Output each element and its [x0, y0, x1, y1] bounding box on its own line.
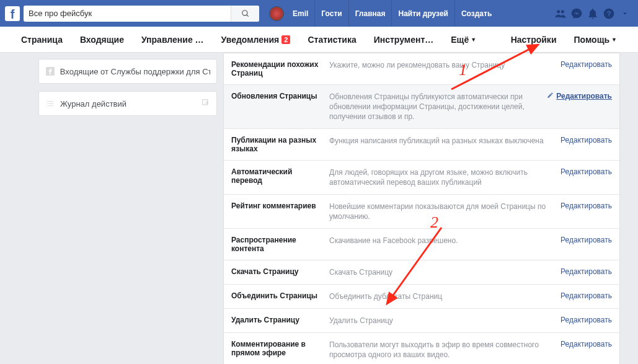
tab-stats[interactable]: Статистика	[299, 27, 365, 53]
topbar-icons: ?	[552, 0, 633, 27]
tab-tools[interactable]: Инструмент…	[365, 27, 443, 53]
annotation-label-1: 1	[459, 61, 467, 79]
settings-row-label: Автоматический перевод	[231, 167, 329, 185]
settings-row: Распространение контентаСкачивание на Fa…	[224, 228, 619, 260]
settings-row: Публикации на разных языкахФункция напис…	[224, 128, 619, 160]
edit-link[interactable]: Редактировать	[547, 92, 612, 100]
nav-guests[interactable]: Гости	[314, 0, 348, 27]
tab-settings[interactable]: Настройки	[502, 27, 565, 53]
search-input[interactable]	[24, 9, 231, 18]
tab-page[interactable]: Страница	[12, 27, 71, 53]
settings-row-label: Рекомендации похожих Страниц	[231, 60, 329, 78]
avatar[interactable]	[269, 6, 284, 21]
nav-find-friends[interactable]: Найти друзей	[391, 0, 454, 27]
settings-row-label: Скачать Страницу	[231, 267, 329, 276]
settings-row: Обновления СтраницыОбновления Страницы п…	[224, 84, 619, 128]
tab-more[interactable]: Ещё▼	[442, 27, 485, 53]
edit-link[interactable]: Редактировать	[560, 60, 612, 69]
search-button[interactable]	[231, 6, 259, 22]
settings-row-label: Удалить Страницу	[231, 316, 329, 324]
edit-link[interactable]: Редактировать	[560, 340, 612, 348]
edit-link-label: Редактировать	[556, 92, 612, 100]
edit-link-label: Редактировать	[560, 291, 612, 300]
settings-row-description: Скачать Страницу	[329, 267, 560, 277]
svg-point-0	[242, 10, 247, 15]
settings-row-description: Скачивание на Facebook разрешено.	[329, 236, 560, 246]
settings-row-description: Новейшие комментарии показываются для мо…	[329, 202, 560, 221]
edit-link-label: Редактировать	[560, 202, 612, 210]
messenger-icon[interactable]	[569, 0, 585, 27]
facebook-logo[interactable]: f	[5, 6, 20, 21]
settings-row-label: Обновления Страницы	[231, 92, 329, 100]
edit-link-label: Редактировать	[560, 167, 612, 176]
topbar: f Emil Гости Главная Найти друзей Создат…	[0, 0, 638, 27]
settings-row: Рейтинг комментариевНовейшие комментарии…	[224, 194, 619, 228]
settings-row: Удалить СтраницуУдалить СтраницуРедактир…	[224, 308, 619, 332]
edit-link[interactable]: Редактировать	[560, 291, 612, 300]
settings-row-label: Распространение контента	[231, 236, 329, 253]
annotation-label-2: 2	[430, 213, 438, 232]
settings-row: Рекомендации похожих СтраницУкажите, мож…	[224, 53, 619, 84]
sidebar-item-label: Входящие от Службы поддержки для Ст	[60, 67, 210, 76]
list-icon	[45, 99, 55, 109]
settings-panel: Рекомендации похожих СтраницУкажите, мож…	[223, 53, 638, 364]
settings-row-description: Укажите, можно ли рекомендовать вашу Стр…	[329, 60, 560, 70]
friends-icon[interactable]	[552, 0, 569, 27]
chevron-down-icon: ▼	[611, 37, 617, 43]
settings-row-description: Объединить дубликаты Страниц	[329, 291, 560, 301]
search-icon	[241, 9, 250, 18]
edit-link[interactable]: Редактировать	[560, 316, 612, 324]
edit-link-label: Редактировать	[560, 316, 612, 324]
svg-text:?: ?	[606, 9, 611, 17]
sidebar-activity-log[interactable]: Журнал действий	[38, 91, 217, 116]
settings-row-label: Публикации на разных языках	[231, 136, 329, 153]
tab-help[interactable]: Помощь▼	[565, 27, 626, 53]
settings-row: Автоматический переводДля людей, говорящ…	[224, 160, 619, 194]
pencil-icon	[547, 92, 554, 100]
settings-row-label: Комментирование в прямом эфире	[231, 340, 329, 357]
nav-home[interactable]: Главная	[348, 0, 392, 27]
edit-link-label: Редактировать	[560, 136, 612, 144]
help-icon[interactable]: ?	[601, 0, 617, 27]
settings-row-description: Функция написания публикаций на разных я…	[329, 136, 560, 146]
edit-link[interactable]: Редактировать	[560, 167, 612, 176]
settings-row: Объединить СтраницыОбъединить дубликаты …	[224, 284, 619, 308]
profile-link[interactable]: Emil	[286, 0, 314, 27]
nav-create[interactable]: Создать	[454, 0, 498, 27]
settings-row-description: Удалить Страницу	[329, 316, 560, 326]
settings-row-description: Пользователи могут выходить в эфир во вр…	[329, 340, 560, 360]
settings-row: Скачать СтраницуСкачать СтраницуРедактир…	[224, 260, 619, 284]
tab-manage[interactable]: Управление …	[133, 27, 213, 53]
notifications-icon[interactable]	[585, 0, 601, 27]
settings-row-label: Объединить Страницы	[231, 291, 329, 300]
tab-notifications[interactable]: Уведомления2	[213, 27, 299, 53]
jump-icon	[202, 99, 210, 109]
edit-link[interactable]: Редактировать	[560, 267, 612, 276]
edit-link-label: Редактировать	[560, 340, 612, 348]
sidebar-item-label: Журнал действий	[60, 99, 126, 109]
edit-link[interactable]: Редактировать	[560, 202, 612, 210]
notifications-badge: 2	[281, 35, 290, 44]
edit-link-label: Редактировать	[560, 267, 612, 276]
page-nav: Страница Входящие Управление … Уведомлен…	[0, 27, 638, 53]
edit-link[interactable]: Редактировать	[560, 136, 612, 144]
sidebar: Входящие от Службы поддержки для Ст Журн…	[0, 53, 223, 364]
facebook-icon	[45, 66, 55, 76]
settings-row-description: Обновления Страницы публикуются автомати…	[329, 92, 547, 122]
edit-link-label: Редактировать	[560, 236, 612, 244]
search-wrap	[24, 6, 259, 22]
edit-link-label: Редактировать	[560, 60, 612, 69]
svg-line-1	[246, 14, 248, 16]
tab-inbox[interactable]: Входящие	[71, 27, 133, 53]
settings-row: Комментирование в прямом эфиреПользовате…	[224, 332, 619, 364]
sidebar-support-inbox[interactable]: Входящие от Службы поддержки для Ст	[38, 59, 217, 84]
edit-link[interactable]: Редактировать	[560, 236, 612, 244]
settings-row-label: Рейтинг комментариев	[231, 202, 329, 210]
settings-row-description: Для людей, говорящих на другом языке, мо…	[329, 167, 560, 187]
dropdown-caret-icon[interactable]	[617, 0, 633, 27]
chevron-down-icon: ▼	[471, 37, 476, 43]
